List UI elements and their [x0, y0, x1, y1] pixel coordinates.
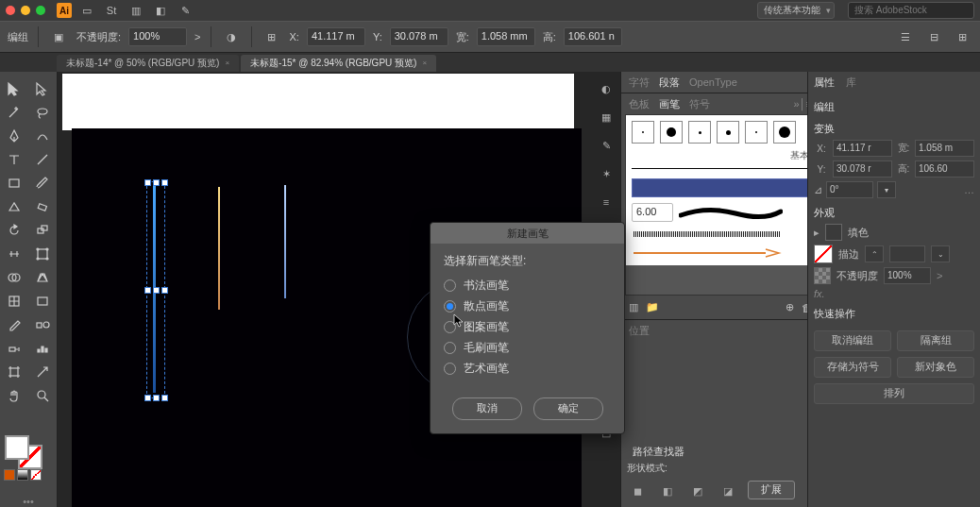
shaper-tool[interactable] — [1, 195, 27, 218]
pen-tool[interactable] — [1, 125, 27, 147]
opacity-field[interactable]: 100% — [128, 27, 187, 46]
stroke-swatch-icon[interactable] — [814, 245, 833, 263]
window-close-icon[interactable] — [6, 6, 15, 15]
w-field[interactable]: 1.058 mm — [477, 27, 535, 46]
new-icon[interactable]: ⊕ — [786, 301, 794, 313]
radio-scatter[interactable]: 散点画笔 — [444, 296, 611, 316]
doc-tab-0[interactable]: 未标题-14* @ 50% (RGB/GPU 预览)× — [57, 55, 239, 72]
qa-save-symbol-button[interactable]: 存储为符号 — [814, 357, 891, 378]
fx-label[interactable]: fx. — [814, 288, 974, 299]
color-mode-solid[interactable] — [4, 469, 15, 481]
h-field[interactable]: 106.601 n — [564, 27, 622, 46]
tab-libraries[interactable]: 库 — [846, 76, 856, 90]
handle-icon[interactable] — [153, 395, 160, 401]
color-mode-gradient[interactable] — [17, 469, 28, 481]
stroke-weight-field[interactable] — [889, 245, 925, 262]
free-transform-tool[interactable] — [29, 243, 56, 265]
x-field[interactable]: 41.117 m — [307, 27, 365, 46]
zoom-tool[interactable] — [29, 384, 56, 407]
handle-icon[interactable] — [153, 287, 160, 294]
workspace-select[interactable]: 传统基本功能 — [757, 2, 835, 19]
stroke-weight-chevron-icon[interactable]: ⌃ — [865, 245, 884, 262]
line-tool[interactable] — [29, 148, 56, 171]
window-zoom-icon[interactable] — [36, 6, 45, 15]
pathfinder-unite-icon[interactable]: ◼ — [627, 481, 648, 501]
ctrl-misc1-icon[interactable]: ☰ — [895, 26, 916, 47]
titlebar-doc-icon[interactable]: ▭ — [77, 3, 96, 18]
fill-swatch[interactable] — [5, 435, 29, 460]
color-mode-none[interactable] — [30, 469, 42, 481]
titlebar-arrange-icon[interactable]: ◧ — [151, 3, 170, 18]
ok-button[interactable]: 确定 — [533, 397, 603, 420]
brush-thumb[interactable] — [632, 121, 654, 144]
pathfinder-intersect-icon[interactable]: ◩ — [687, 481, 708, 501]
scale-tool[interactable] — [29, 219, 56, 242]
qa-recolor-button[interactable]: 新对象色 — [897, 357, 974, 378]
prop-angle-field[interactable]: 0° — [826, 181, 873, 198]
opacity-value-field[interactable]: 100% — [884, 267, 931, 284]
selection-tool[interactable] — [1, 77, 27, 100]
radio-art[interactable]: 艺术画笔 — [444, 358, 611, 379]
titlebar-text-icon[interactable]: St — [102, 3, 121, 18]
handle-icon[interactable] — [144, 395, 151, 401]
lasso-tool[interactable] — [29, 101, 56, 124]
y-field[interactable]: 30.078 m — [390, 27, 448, 46]
adobe-stock-search[interactable]: 搜索 AdobeStock — [848, 2, 974, 19]
panel-brushes-icon[interactable]: ✎ — [595, 134, 617, 157]
tab-paragraph[interactable]: 段落 — [659, 76, 680, 90]
rectangle-tool[interactable] — [1, 172, 27, 194]
prop-y-field[interactable]: 30.078 r — [833, 161, 892, 177]
panel-stroke-icon[interactable]: ≡ — [595, 191, 617, 213]
pathfinder-minus-front-icon[interactable]: ◧ — [657, 481, 678, 501]
mesh-tool[interactable] — [1, 290, 27, 313]
prop-more-icon[interactable]: … — [964, 184, 974, 195]
eyedropper-tool[interactable] — [1, 313, 27, 336]
direct-selection-tool[interactable] — [29, 77, 56, 100]
handle-icon[interactable] — [161, 287, 168, 294]
brush-thumb[interactable] — [660, 121, 683, 144]
paintbrush-tool[interactable] — [29, 172, 56, 194]
toolbox-more-icon[interactable]: ••• — [1, 490, 56, 507]
qa-align-button[interactable]: 排列 — [814, 383, 974, 404]
fill-swatch-icon[interactable] — [825, 224, 842, 241]
tab-swatches[interactable]: 色板 — [629, 97, 650, 111]
ctrl-misc2-icon[interactable]: ⊟ — [923, 26, 944, 47]
qa-isolate-button[interactable]: 隔离组 — [897, 330, 974, 351]
angle-chevron-icon[interactable]: ▾ — [877, 181, 896, 198]
handle-icon[interactable] — [153, 179, 160, 186]
window-minimize-icon[interactable] — [21, 6, 30, 15]
perspective-tool[interactable] — [29, 266, 56, 289]
shape-builder-tool[interactable] — [1, 266, 27, 289]
brush-thumb[interactable] — [745, 121, 768, 144]
pathfinder-expand-button[interactable]: 扩展 — [748, 481, 795, 499]
qa-ungroup-button[interactable]: 取消编组 — [814, 330, 891, 351]
recolor-icon[interactable]: ◑ — [221, 26, 242, 47]
brush-size-field[interactable]: 6.00 — [632, 203, 673, 222]
library-icon[interactable]: ▥ — [629, 301, 638, 313]
panel-swatches-icon[interactable]: ▦ — [595, 106, 617, 128]
magic-wand-tool[interactable] — [1, 101, 27, 124]
type-tool[interactable] — [1, 148, 27, 171]
fill-stroke-swatch[interactable] — [1, 435, 56, 464]
eraser-tool[interactable] — [29, 195, 56, 218]
handle-icon[interactable] — [161, 395, 168, 401]
tab-swatches-lower[interactable]: 位置 — [629, 324, 650, 338]
ctrl-misc3-icon[interactable]: ⊞ — [952, 26, 972, 47]
ref-point-icon[interactable]: ⊞ — [262, 26, 282, 47]
curvature-tool[interactable] — [29, 125, 56, 147]
prop-x-field[interactable]: 41.117 r — [833, 140, 892, 157]
radio-pattern[interactable]: 图案画笔 — [444, 316, 611, 337]
brush-list[interactable]: 基本 6.00 — [626, 115, 815, 265]
folder-icon[interactable]: 📁 — [646, 301, 659, 313]
rotate-tool[interactable] — [1, 219, 27, 242]
tab-opentype[interactable]: OpenType — [689, 76, 737, 88]
tab-character[interactable]: 字符 — [629, 76, 650, 90]
titlebar-brush-icon[interactable]: ✎ — [176, 3, 194, 18]
artboard-tool[interactable] — [1, 361, 27, 383]
gradient-tool[interactable] — [29, 290, 56, 313]
width-tool[interactable] — [1, 243, 27, 265]
tab-symbols[interactable]: 符号 — [689, 97, 710, 111]
stroke-weight-chevron-icon[interactable]: ⌄ — [931, 245, 950, 262]
blend-tool[interactable] — [29, 313, 56, 336]
brush-thumb[interactable] — [717, 121, 739, 144]
